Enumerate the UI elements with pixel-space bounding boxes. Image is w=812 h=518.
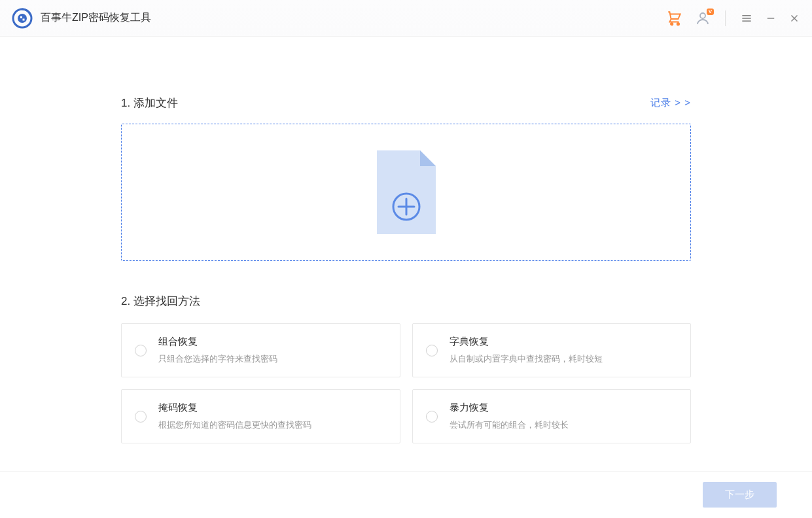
account-badge: V	[707, 9, 714, 15]
method-text: 掩码恢复 根据您所知道的密码信息更快的查找密码	[158, 402, 311, 431]
method-dictionary[interactable]: 字典恢复 从自制或内置字典中查找密码，耗时较短	[412, 323, 692, 377]
method-text: 组合恢复 只组合您选择的字符来查找密码	[158, 336, 277, 365]
method-title: 组合恢复	[158, 336, 277, 348]
app-logo-icon	[12, 8, 33, 29]
svg-rect-3	[23, 18, 25, 20]
svg-point-4	[671, 23, 673, 25]
minimize-icon[interactable]	[765, 12, 777, 24]
method-combination[interactable]: 组合恢复 只组合您选择的字符来查找密码	[121, 323, 400, 377]
account-icon[interactable]: V	[695, 10, 711, 26]
method-title: 掩码恢复	[158, 402, 311, 414]
radio-icon	[135, 411, 147, 423]
svg-point-6	[700, 13, 705, 18]
method-desc: 只组合您选择的字符来查找密码	[158, 353, 277, 365]
section2-title: 2. 选择找回方法	[121, 294, 691, 309]
method-title: 字典恢复	[450, 336, 603, 348]
footer: 下一步	[0, 471, 812, 518]
method-text: 暴力恢复 尝试所有可能的组合，耗时较长	[450, 402, 569, 431]
method-title: 暴力恢复	[450, 402, 569, 414]
svg-rect-2	[20, 16, 22, 18]
file-drop-zone[interactable]	[121, 124, 691, 261]
next-button[interactable]: 下一步	[703, 482, 777, 508]
method-desc: 尝试所有可能的组合，耗时较长	[450, 419, 569, 431]
main-content: 1. 添加文件 记录 > > 2. 选择找回方法 组合恢复 只组合您选择的字符来…	[0, 37, 812, 443]
titlebar-left: 百事牛ZIP密码恢复工具	[12, 8, 151, 29]
app-title: 百事牛ZIP密码恢复工具	[41, 11, 151, 25]
radio-icon	[426, 345, 438, 356]
method-mask[interactable]: 掩码恢复 根据您所知道的密码信息更快的查找密码	[121, 389, 400, 443]
radio-icon	[135, 345, 147, 356]
method-bruteforce[interactable]: 暴力恢复 尝试所有可能的组合，耗时较长	[412, 389, 692, 443]
close-icon[interactable]	[788, 12, 800, 24]
section1-header: 1. 添加文件 记录 > >	[121, 95, 691, 111]
titlebar-right: V	[666, 10, 800, 27]
titlebar-separator	[725, 10, 726, 26]
radio-icon	[426, 411, 438, 423]
menu-icon[interactable]	[740, 12, 753, 25]
methods-grid: 组合恢复 只组合您选择的字符来查找密码 字典恢复 从自制或内置字典中查找密码，耗…	[121, 323, 691, 443]
cart-icon[interactable]	[666, 10, 683, 27]
method-desc: 根据您所知道的密码信息更快的查找密码	[158, 419, 311, 431]
titlebar: 百事牛ZIP密码恢复工具 V	[0, 0, 812, 37]
method-desc: 从自制或内置字典中查找密码，耗时较短	[450, 353, 603, 365]
records-link[interactable]: 记录 > >	[650, 97, 691, 109]
add-file-icon	[377, 150, 436, 234]
svg-point-5	[677, 23, 679, 25]
section1-title: 1. 添加文件	[121, 95, 178, 111]
method-text: 字典恢复 从自制或内置字典中查找密码，耗时较短	[450, 336, 603, 365]
